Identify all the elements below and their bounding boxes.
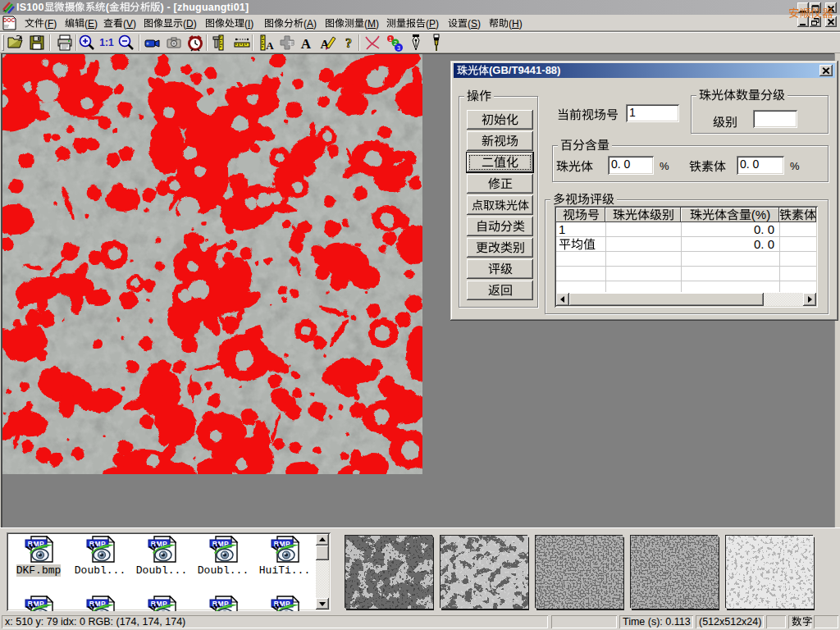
svg-text:1:1: 1:1: [99, 37, 114, 48]
svg-text:A: A: [266, 39, 274, 52]
svg-text:?: ?: [345, 36, 352, 50]
svg-text:1: 1: [389, 36, 392, 42]
svg-text:3: 3: [397, 45, 400, 51]
svg-text:A: A: [301, 36, 312, 52]
svg-text:DOC: DOC: [3, 17, 16, 23]
